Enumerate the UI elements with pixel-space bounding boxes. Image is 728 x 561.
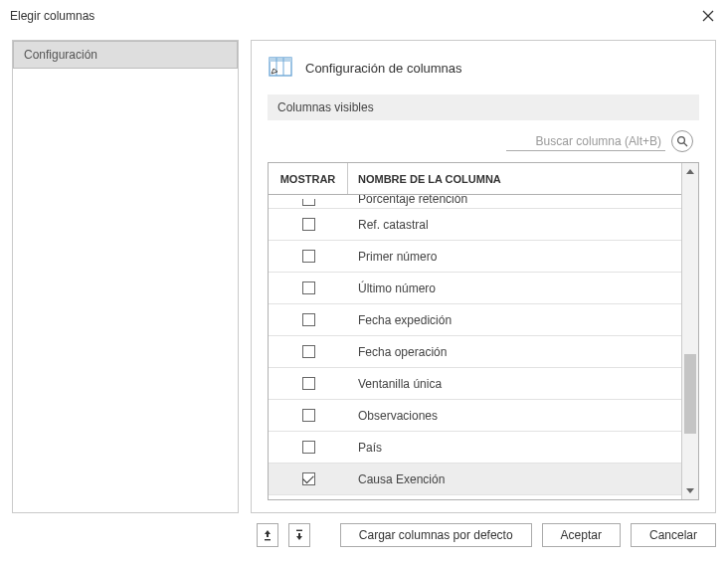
cell-column-name: Primer número bbox=[348, 250, 681, 264]
svg-line-7 bbox=[684, 143, 687, 146]
show-checkbox[interactable] bbox=[302, 218, 315, 231]
table-row[interactable]: Fecha operación bbox=[269, 336, 681, 368]
footer: Cargar columnas por defecto Aceptar Canc… bbox=[0, 517, 728, 553]
cell-column-name: Fecha operación bbox=[348, 345, 681, 359]
table-row[interactable]: Observaciones bbox=[269, 400, 681, 432]
show-checkbox[interactable] bbox=[302, 281, 315, 294]
cell-column-name: Causa Exención bbox=[348, 472, 681, 486]
window-title: Elegir columnas bbox=[10, 9, 94, 23]
move-down-button[interactable] bbox=[288, 523, 310, 547]
table-header: MOSTRAR NOMBRE DE LA COLUMNA bbox=[269, 163, 681, 195]
cell-show bbox=[269, 441, 348, 454]
cell-show bbox=[269, 313, 348, 326]
main-panel: Configuración de columnas Columnas visib… bbox=[251, 40, 716, 513]
show-checkbox[interactable] bbox=[302, 409, 315, 422]
column-header-name[interactable]: NOMBRE DE LA COLUMNA bbox=[348, 163, 681, 194]
arrow-up-icon bbox=[264, 529, 272, 541]
search-input[interactable] bbox=[506, 132, 665, 151]
scrollbar-vertical[interactable] bbox=[681, 163, 698, 499]
show-checkbox[interactable] bbox=[302, 345, 315, 358]
close-button[interactable] bbox=[698, 6, 718, 26]
load-defaults-button[interactable]: Cargar columnas por defecto bbox=[340, 523, 532, 547]
show-checkbox[interactable] bbox=[302, 199, 315, 206]
cell-column-name: País bbox=[348, 441, 681, 455]
cell-show bbox=[269, 472, 348, 485]
table-row[interactable]: País bbox=[269, 432, 681, 464]
search-button[interactable] bbox=[671, 130, 693, 152]
show-checkbox[interactable] bbox=[302, 472, 315, 485]
svg-point-6 bbox=[678, 137, 685, 144]
table-row[interactable]: Ventanilla única bbox=[269, 368, 681, 400]
show-checkbox[interactable] bbox=[302, 441, 315, 454]
move-up-button[interactable] bbox=[257, 523, 278, 547]
table-row[interactable]: Porcentaje retención bbox=[269, 195, 681, 209]
accept-button[interactable]: Aceptar bbox=[542, 523, 621, 547]
chevron-down-icon bbox=[686, 488, 694, 493]
scroll-thumb[interactable] bbox=[684, 354, 696, 434]
table-row[interactable]: Fecha expedición bbox=[269, 304, 681, 336]
sidebar-item-configuracion[interactable]: Configuración bbox=[13, 41, 238, 69]
sidebar-item-label: Configuración bbox=[24, 48, 97, 62]
cell-column-name: Ref. catastral bbox=[348, 218, 681, 232]
cancel-button[interactable]: Cancelar bbox=[631, 523, 716, 547]
show-checkbox[interactable] bbox=[302, 250, 315, 263]
arrow-down-icon bbox=[295, 529, 303, 541]
svg-rect-9 bbox=[296, 530, 302, 531]
sidebar: Configuración bbox=[12, 40, 239, 513]
cell-show bbox=[269, 345, 348, 358]
column-header-show[interactable]: MOSTRAR bbox=[269, 163, 348, 194]
visible-columns-label: Columnas visibles bbox=[268, 94, 699, 120]
panel-title: Configuración de columnas bbox=[305, 61, 462, 76]
titlebar: Elegir columnas bbox=[0, 0, 728, 32]
cell-column-name: Fecha expedición bbox=[348, 313, 681, 327]
chevron-up-icon bbox=[686, 169, 694, 174]
show-checkbox[interactable] bbox=[302, 313, 315, 326]
cell-show bbox=[269, 218, 348, 231]
cell-column-name: Porcentaje retención bbox=[348, 195, 681, 206]
svg-rect-8 bbox=[265, 539, 271, 540]
scroll-down-arrow[interactable] bbox=[682, 482, 698, 499]
cell-show bbox=[269, 281, 348, 294]
table-row[interactable]: Causa Exención bbox=[269, 464, 681, 495]
scroll-up-arrow[interactable] bbox=[682, 163, 698, 180]
columns-table: MOSTRAR NOMBRE DE LA COLUMNA Porcentaje … bbox=[268, 162, 699, 500]
cell-show bbox=[269, 377, 348, 390]
cell-column-name: Ventanilla única bbox=[348, 377, 681, 391]
show-checkbox[interactable] bbox=[302, 377, 315, 390]
search-icon bbox=[676, 135, 688, 147]
cell-show bbox=[269, 409, 348, 422]
close-icon bbox=[702, 10, 714, 22]
columns-icon bbox=[268, 55, 293, 81]
cell-show bbox=[269, 250, 348, 263]
table-row[interactable]: Ref. catastral bbox=[269, 209, 681, 241]
cell-column-name: Observaciones bbox=[348, 409, 681, 423]
svg-rect-3 bbox=[270, 58, 291, 62]
cell-column-name: Último número bbox=[348, 281, 681, 295]
table-row[interactable]: Último número bbox=[269, 273, 681, 304]
table-row[interactable]: Primer número bbox=[269, 241, 681, 273]
cell-show bbox=[269, 199, 348, 206]
